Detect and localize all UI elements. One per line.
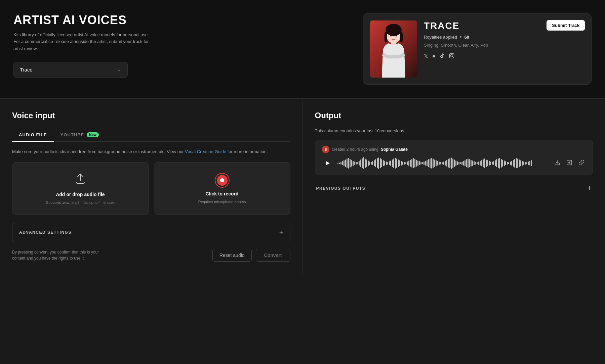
waveform-bar: [523, 162, 524, 165]
previous-outputs-plus-icon: +: [588, 184, 592, 192]
waveform-bar: [454, 160, 455, 167]
download-button[interactable]: [553, 158, 562, 168]
tab-description: Make sure your audio is clear and free f…: [12, 148, 290, 155]
output-avatar: S: [322, 146, 329, 153]
waveform-bar: [439, 162, 440, 165]
waveform-bar: [365, 158, 366, 168]
footer-disclaimer: By pressing convert, you confirm that th…: [12, 249, 106, 261]
waveform-bar: [496, 159, 497, 167]
waveform-bar: [371, 162, 372, 165]
waveform-bar: [377, 158, 378, 168]
advanced-settings[interactable]: ADVANCED SETTINGS +: [12, 223, 290, 242]
tiktok-icon[interactable]: [440, 53, 445, 60]
waveform-bar: [375, 159, 376, 167]
waveform-bar: [362, 158, 363, 168]
waveform-bar: [474, 161, 475, 165]
submit-track-button[interactable]: Submit Track: [547, 20, 585, 31]
waveform-bar: [472, 161, 473, 166]
add-audio-file-box[interactable]: Add or drop audio file Supports .wav, .m…: [12, 162, 149, 215]
waveform-bar: [420, 162, 421, 165]
waveform-bar: [363, 157, 364, 169]
waveform-bar: [348, 158, 349, 169]
waveform-bar: [431, 158, 432, 169]
waveform-bar: [445, 161, 446, 166]
tab-audio-file[interactable]: AUDIO FILE: [12, 128, 54, 141]
waveform-bar: [353, 161, 354, 166]
svg-point-8: [453, 54, 453, 55]
twitter-icon[interactable]: 𝕏: [424, 53, 428, 60]
waveform-bar: [480, 161, 481, 166]
upload-box-subtitle: Supports .wav, .mp3, .flac up to 4 minut…: [46, 200, 115, 204]
waveform-bar: [519, 160, 520, 167]
bottom-section: Voice input AUDIO FILE YOUTUBE New Make …: [0, 99, 605, 274]
waveform-bar: [502, 160, 503, 167]
waveform-bar: [393, 158, 394, 168]
waveform-bar: [437, 161, 438, 166]
waveform-bar: [504, 161, 505, 166]
waveform-bar: [401, 161, 402, 166]
waveform-bar: [417, 161, 418, 166]
waveform-bar: [390, 161, 391, 166]
output-title: Output: [315, 111, 593, 120]
tab-youtube[interactable]: YOUTUBE New: [54, 128, 106, 141]
waveform-bar: [347, 158, 348, 168]
waveform-bar: [381, 159, 382, 167]
copy-link-button[interactable]: [577, 158, 586, 168]
waveform-bar: [434, 160, 435, 167]
youtube-new-badge: New: [87, 132, 99, 137]
waveform: [337, 157, 549, 169]
waveform-bar: [374, 160, 375, 166]
waveform-bar: [410, 160, 411, 167]
add-to-track-button[interactable]: [565, 158, 574, 168]
convert-button[interactable]: Convert: [256, 249, 290, 262]
waveform-bar: [520, 160, 521, 166]
instagram-icon[interactable]: [449, 53, 454, 60]
waveform-bar: [522, 161, 523, 166]
output-artist-name: Sophia Galaté: [381, 147, 408, 152]
previous-outputs-label: PREVIOUS OUTPUTS: [316, 186, 366, 191]
waveform-bar: [457, 161, 458, 165]
waveform-bar: [354, 162, 355, 165]
waveform-bar: [471, 160, 472, 167]
waveform-bar: [440, 162, 441, 165]
waveform-bar: [387, 162, 388, 165]
svg-point-2: [386, 24, 402, 36]
vocal-guide-link[interactable]: Vocal Creation Guide: [185, 149, 226, 154]
waveform-bar: [469, 159, 470, 167]
waveform-bar: [516, 158, 517, 168]
top-section: ARTIST AI VOICES Kits library of officia…: [0, 0, 605, 98]
waveform-bar: [396, 158, 397, 168]
artist-selector-value: Trace: [20, 67, 33, 73]
waveform-bar: [357, 162, 358, 164]
waveform-bar: [386, 162, 387, 165]
waveform-bar: [513, 160, 514, 167]
record-box-subtitle: Requires microphone access: [198, 200, 246, 204]
spotify-icon[interactable]: ●: [432, 53, 436, 60]
artist-selector[interactable]: Trace ⌄: [13, 62, 128, 78]
waveform-bar: [356, 162, 357, 165]
waveform-bar: [493, 161, 494, 165]
waveform-bar: [395, 158, 396, 169]
waveform-bar: [416, 160, 417, 167]
voice-input-tabs: AUDIO FILE YOUTUBE New: [12, 128, 290, 142]
waveform-bar: [380, 158, 381, 168]
reset-audio-button[interactable]: Reset audio: [212, 249, 252, 262]
output-subtitle: This column contains your last 10 conver…: [315, 128, 593, 133]
waveform-bar: [366, 160, 367, 167]
svg-point-7: [450, 55, 453, 57]
waveform-bar: [350, 159, 351, 168]
waveform-bar: [465, 160, 466, 166]
record-box[interactable]: Click to record Requires microphone acce…: [154, 162, 290, 215]
waveform-bar: [483, 159, 484, 167]
waveform-bar: [526, 162, 527, 164]
waveform-bar: [345, 160, 346, 167]
waveform-bar: [461, 162, 462, 165]
social-icons: 𝕏 ●: [424, 53, 584, 60]
footer-actions: By pressing convert, you confirm that th…: [12, 249, 290, 262]
svg-marker-11: [326, 161, 330, 165]
waveform-bar: [486, 160, 487, 167]
play-button[interactable]: [322, 157, 333, 169]
waveform-bar: [528, 162, 529, 165]
previous-outputs[interactable]: PREVIOUS OUTPUTS +: [315, 179, 593, 197]
waveform-bar: [425, 161, 426, 166]
